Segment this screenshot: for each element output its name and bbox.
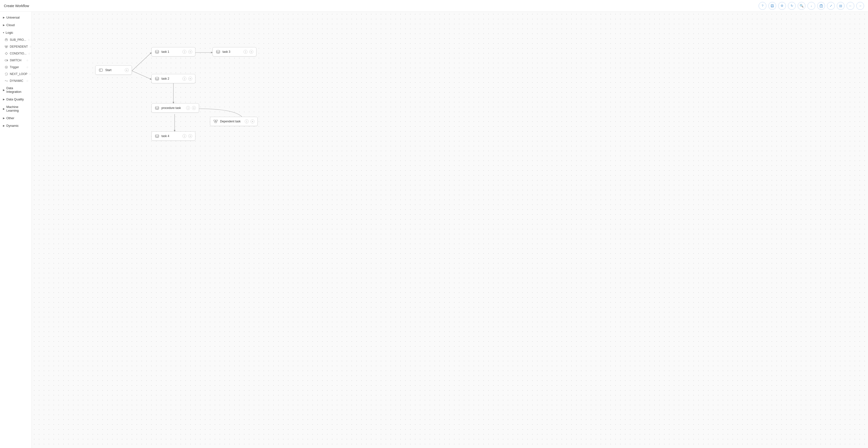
back-icon[interactable]: ←	[846, 2, 854, 10]
trigger-star[interactable]: ☆	[26, 66, 29, 69]
start-node-add[interactable]: +	[125, 68, 129, 72]
sidebar-label-dynamic: Dynamic	[6, 124, 19, 127]
node-procedure[interactable]: SQL procedure task i +	[151, 103, 199, 113]
task1-info[interactable]: i	[182, 50, 186, 54]
task1-icon: SQL	[155, 49, 159, 54]
dynamic-logic-star[interactable]: ☆	[26, 80, 29, 83]
help-icon[interactable]: ?	[758, 2, 766, 10]
node-task2[interactable]: SQL task 2 i +	[151, 74, 195, 83]
dependent-star[interactable]: ☆	[29, 45, 32, 48]
svg-text:SQL: SQL	[156, 79, 158, 80]
svg-text:SQL: SQL	[156, 52, 158, 54]
condition-label: CONDITIO...	[10, 52, 27, 55]
condition-star[interactable]: ☆	[28, 52, 31, 55]
task3-add[interactable]: +	[249, 50, 253, 54]
svg-point-33	[155, 135, 159, 136]
toolbar: ? ⚙ ↻ 🔍 ↓ ⤢ ▤ ← →	[758, 2, 864, 10]
node-task1[interactable]: SQL task 1 i +	[151, 47, 195, 56]
filter-icon[interactable]: ▤	[837, 2, 844, 10]
svg-marker-20	[6, 67, 7, 68]
dynamic-chevron: ▶	[3, 124, 5, 127]
zoom-icon[interactable]: 🔍	[798, 2, 805, 10]
trigger-icon	[4, 65, 8, 69]
sidebar-item-other[interactable]: ▶ Other	[0, 114, 32, 122]
data-quality-chevron: ▶	[3, 98, 5, 101]
dependent-task-info[interactable]: i	[245, 119, 249, 123]
cloud-chevron: ▶	[3, 24, 5, 26]
task4-icon: SQL	[155, 133, 159, 139]
sub-pro-star[interactable]: ☆	[28, 38, 30, 41]
node-task4[interactable]: SQL task 4 i +	[151, 131, 195, 141]
task1-add[interactable]: +	[188, 50, 192, 54]
task3-label: task 3	[222, 50, 242, 54]
sidebar-item-logic[interactable]: ▾ Logic	[0, 29, 32, 36]
sidebar-sub-item-next-loop[interactable]: NEXT_LOOP ☆	[0, 70, 32, 78]
dependent-task-icon	[213, 119, 218, 124]
task4-label: task 4	[161, 135, 181, 138]
svg-point-21	[5, 81, 5, 81]
universal-chevron: ▶	[3, 16, 5, 19]
svg-rect-23	[99, 69, 102, 71]
download-icon[interactable]: ↓	[807, 2, 815, 10]
procedure-info[interactable]: i	[186, 106, 190, 110]
start-node-icon	[98, 68, 103, 72]
sidebar-item-data-integration[interactable]: ▶ Data Integration	[0, 84, 32, 95]
sidebar: ▶ Universal ▶ Cloud ▾ Logic SUB_PRO... ☆…	[0, 12, 32, 448]
svg-text:SQL: SQL	[156, 109, 158, 110]
sidebar-item-universal[interactable]: ▶ Universal	[0, 14, 32, 21]
node-dependent-task[interactable]: Dependent task i +	[210, 117, 258, 126]
task3-icon: SQL	[216, 49, 221, 54]
svg-rect-2	[772, 6, 773, 7]
svg-rect-11	[5, 46, 6, 47]
next-loop-star[interactable]: ☆	[29, 72, 31, 76]
sidebar-item-dynamic[interactable]: ▶ Dynamic	[0, 122, 32, 129]
settings-icon[interactable]: ⚙	[778, 2, 786, 10]
task2-info[interactable]: i	[182, 77, 186, 81]
switch-icon	[4, 58, 8, 62]
task4-add[interactable]: +	[188, 134, 192, 138]
sidebar-item-cloud[interactable]: ▶ Cloud	[0, 21, 32, 29]
machine-learning-chevron: ▶	[3, 108, 5, 110]
save-icon[interactable]	[768, 2, 776, 10]
switch-star[interactable]: ☆	[26, 59, 29, 62]
svg-point-29	[216, 50, 220, 52]
workflow-container: Start + SQL task 1 i +	[32, 12, 868, 448]
sidebar-sub-item-switch[interactable]: SWITCH ☆	[0, 57, 32, 64]
task1-label: task 1	[161, 50, 181, 54]
sidebar-item-machine-learning[interactable]: ▶ Machine Learning	[0, 103, 32, 114]
delete-icon[interactable]	[817, 2, 825, 10]
start-node-label: Start	[105, 68, 123, 72]
task2-add[interactable]: +	[188, 77, 192, 81]
sidebar-sub-item-sub-pro[interactable]: SUB_PRO... ☆	[0, 36, 32, 43]
sub-pro-icon	[4, 38, 8, 42]
sidebar-sub-item-condition[interactable]: CONDITIO... ☆	[0, 50, 32, 57]
task2-label: task 2	[161, 77, 181, 80]
procedure-add[interactable]: +	[192, 106, 196, 110]
forward-icon[interactable]: →	[856, 2, 864, 10]
page-title: Create Workflow	[4, 4, 29, 8]
task3-info[interactable]: i	[244, 50, 247, 54]
sidebar-label-machine-learning: Machine Learning	[6, 105, 29, 112]
svg-point-31	[155, 107, 159, 108]
fullscreen-icon[interactable]: ⤢	[827, 2, 835, 10]
header: Create Workflow ? ⚙ ↻ 🔍 ↓ ⤢ ▤ ← →	[0, 0, 868, 12]
svg-rect-3	[820, 5, 823, 7]
sidebar-label-data-quality: Data Quality	[6, 97, 24, 101]
svg-rect-35	[214, 120, 215, 121]
sidebar-label-data-integration: Data Integration	[6, 86, 29, 94]
dependent-label: DEPENDENT	[10, 45, 28, 48]
sidebar-label-universal: Universal	[6, 16, 20, 19]
svg-text:SQL: SQL	[217, 52, 219, 54]
dependent-task-label: Dependent task	[220, 120, 243, 123]
svg-marker-16	[5, 52, 7, 55]
sidebar-sub-item-dynamic-logic[interactable]: DYNAMIC ☆	[0, 78, 32, 84]
sidebar-item-data-quality[interactable]: ▶ Data Quality	[0, 95, 32, 103]
refresh-icon[interactable]: ↻	[788, 2, 796, 10]
task4-info[interactable]: i	[182, 134, 186, 138]
dependent-task-add[interactable]: +	[251, 119, 254, 123]
sidebar-sub-item-dependent[interactable]: DEPENDENT ☆	[0, 43, 32, 50]
node-task3[interactable]: SQL task 3 i +	[213, 47, 256, 56]
sidebar-sub-item-trigger[interactable]: Trigger ☆	[0, 64, 32, 70]
node-start[interactable]: Start +	[95, 65, 132, 75]
workflow-canvas[interactable]: Start + SQL task 1 i +	[32, 12, 868, 448]
